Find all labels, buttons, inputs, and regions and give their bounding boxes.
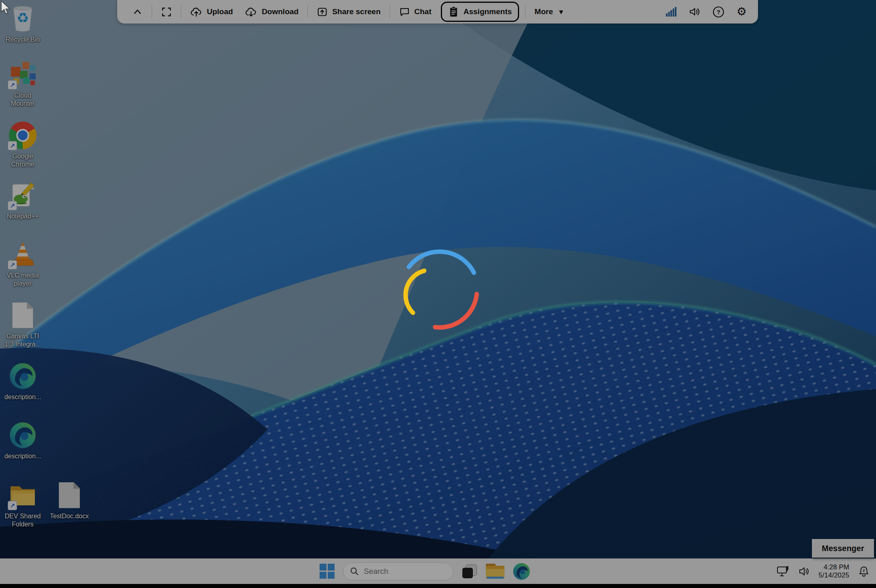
cloud-upload-icon <box>190 6 202 17</box>
notification-bell-icon[interactable]: z <box>857 565 870 578</box>
chevron-up-icon <box>132 6 143 17</box>
cloud-mounter-icon: ↗ <box>7 59 38 90</box>
share-screen-icon <box>317 6 328 17</box>
connection-signal-icon <box>666 6 677 17</box>
desktop-icon-label: DEV SharedFolders <box>5 512 41 528</box>
edge-icon <box>7 361 38 391</box>
upload-button[interactable]: Upload <box>184 3 239 21</box>
document-icon <box>54 480 85 511</box>
desktop-icon-label: description... <box>4 452 41 460</box>
chat-button[interactable]: Chat <box>393 3 438 21</box>
clock-date: 5/14/2025 <box>818 571 849 579</box>
windows-taskbar: 4:28 PM 5/14/2025 z <box>0 558 876 584</box>
chevron-down-icon: ▼ <box>559 9 563 15</box>
toolbar-divider <box>152 5 152 19</box>
assignments-clipboard-icon <box>448 6 459 18</box>
toolbar-status-icons: ? ⚙ <box>666 6 749 18</box>
settings-gear-icon[interactable]: ⚙ <box>736 6 747 17</box>
toolbar-divider <box>390 5 390 19</box>
shortcut-arrow-icon: ↗ <box>8 201 17 210</box>
search-input[interactable] <box>363 567 438 576</box>
notepad-plus-plus-icon: ↗ <box>7 180 38 211</box>
remote-desktop-screen: ♻ Recycle Bin ↗ CloudMounter <box>0 0 876 588</box>
clock-time: 4:28 PM <box>818 563 849 571</box>
shortcut-arrow-icon: ↗ <box>8 260 17 269</box>
messenger-label: Messenger <box>822 544 864 553</box>
download-label: Download <box>262 7 298 16</box>
desktop-icon-label: Canvas LTI1.3 Integra... <box>4 332 41 349</box>
desktop-icon-notepad-plus-plus[interactable]: ↗ Notepad++ <box>0 180 49 220</box>
volume-icon[interactable] <box>689 6 700 17</box>
edge-icon <box>7 420 38 451</box>
desktop-icon-edge-description-1[interactable]: description... <box>0 361 49 401</box>
spinner-blue-arc <box>409 252 474 273</box>
desktop-icon-label: description... <box>4 393 41 401</box>
chat-label: Chat <box>414 7 432 16</box>
desktop-icon-label: TestDoc.docx <box>50 512 89 520</box>
shortcut-arrow-icon: ↗ <box>8 141 17 150</box>
document-icon <box>7 300 38 331</box>
taskbar-clock[interactable]: 4:28 PM 5/14/2025 <box>818 563 849 579</box>
file-explorer-button[interactable] <box>486 564 505 579</box>
fullscreen-button[interactable] <box>155 3 178 21</box>
download-button[interactable]: Download <box>239 3 305 21</box>
loading-spinner <box>387 237 492 343</box>
collapse-toolbar-button[interactable] <box>126 3 149 21</box>
recycle-symbol-icon: ♻ <box>17 10 29 26</box>
spinner-red-arc <box>435 294 477 327</box>
screen-bottom-strip <box>0 584 876 588</box>
task-view-button[interactable] <box>462 563 478 579</box>
vlc-icon: ↗ <box>7 239 38 270</box>
fullscreen-icon <box>161 6 172 17</box>
system-tray: 4:28 PM 5/14/2025 z <box>776 559 870 584</box>
share-screen-button[interactable]: Share screen <box>311 3 386 21</box>
folder-icon: ↗ <box>7 480 38 511</box>
cloud-download-icon <box>245 6 257 17</box>
desktop-icon-edge-description-2[interactable]: description... <box>0 420 49 460</box>
svg-text:z: z <box>863 568 865 573</box>
desktop-icon-label: VLC mediaplayer <box>6 272 39 288</box>
assignments-button[interactable]: Assignments <box>441 2 519 22</box>
more-button[interactable]: More ▼ <box>528 3 569 21</box>
shortcut-arrow-icon: ↗ <box>8 80 17 90</box>
edge-taskbar-button[interactable] <box>513 562 530 580</box>
desktop-icon-label: GoogleChrome <box>11 152 34 169</box>
taskbar-search[interactable] <box>343 562 453 580</box>
toolbar-divider <box>181 5 181 19</box>
upload-label: Upload <box>207 7 233 16</box>
assignments-label: Assignments <box>464 7 512 16</box>
chat-icon <box>399 6 410 17</box>
svg-text:?: ? <box>717 9 720 15</box>
toolbar-divider <box>307 5 308 19</box>
desktop-icon-label: CloudMounter <box>11 92 35 108</box>
search-icon <box>350 567 359 576</box>
help-icon[interactable]: ? <box>713 6 724 18</box>
share-screen-label: Share screen <box>332 7 380 16</box>
google-chrome-icon: ↗ <box>7 120 38 151</box>
desktop-icon-label: Recycle Bin <box>6 36 40 44</box>
messenger-button[interactable]: Messenger <box>812 539 874 558</box>
remote-session-toolbar: Upload Download Share screen Chat <box>117 0 758 24</box>
desktop-icon-google-chrome[interactable]: ↗ GoogleChrome <box>0 120 49 169</box>
desktop-icon-testdoc[interactable]: TestDoc.docx <box>43 480 96 520</box>
shortcut-arrow-icon: ↗ <box>8 501 17 510</box>
spinner-yellow-arc <box>406 271 424 313</box>
desktop-icon-cloud-mounter[interactable]: ↗ CloudMounter <box>0 59 49 108</box>
desktop-icon-dev-shared-folders[interactable]: ↗ DEV SharedFolders <box>0 480 49 528</box>
tray-volume-icon[interactable] <box>798 565 810 577</box>
toolbar-divider <box>525 5 526 19</box>
more-label: More <box>535 7 553 16</box>
remote-display-icon[interactable] <box>776 565 790 578</box>
start-button[interactable] <box>320 564 335 579</box>
desktop-icon-canvas-lti[interactable]: Canvas LTI1.3 Integra... <box>0 300 49 349</box>
desktop-icon-vlc-media-player[interactable]: ↗ VLC mediaplayer <box>0 239 49 288</box>
desktop-icon-label: Notepad++ <box>6 212 39 220</box>
taskbar-center-icons <box>320 559 530 584</box>
mouse-cursor <box>0 0 14 15</box>
